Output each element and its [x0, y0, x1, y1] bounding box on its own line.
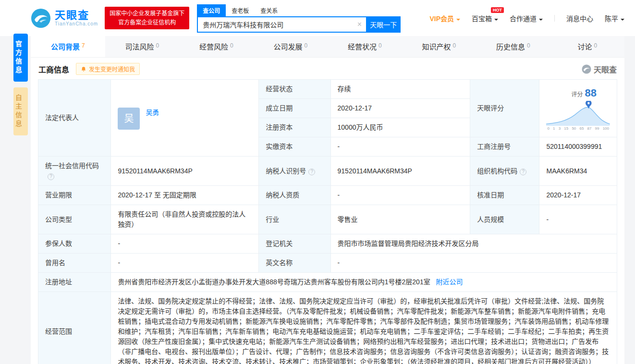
- bell-icon: [81, 66, 86, 72]
- tab-count: 0: [230, 42, 233, 49]
- help-icon[interactable]: ?: [308, 169, 315, 175]
- tab-label: 知识产权: [422, 43, 451, 51]
- score-label: 天眼评分: [470, 80, 539, 137]
- approval-date-value: 2020-12-17: [539, 186, 617, 205]
- legal-rep-name-link[interactable]: 吴勇: [146, 108, 159, 118]
- reg-number-value: 520114000399991: [539, 137, 617, 157]
- message-center-menu[interactable]: 消息中心: [566, 13, 593, 23]
- tab-count: 0: [379, 42, 382, 49]
- address-label: 注册地址: [38, 273, 111, 292]
- org-code-label: 组织机构代码?: [470, 157, 539, 186]
- address-text: 贵州省贵阳市经济开发区小孟街道办事处开发大道888号奇瑞万达贵州客车股份有限公司…: [118, 278, 430, 286]
- tab-history-info[interactable]: 历史信息0: [476, 36, 550, 57]
- gov-certification-badge: 国家中小企业发展子基金旗下 官方备案企业征信机构: [105, 7, 189, 29]
- hot-badge: HOT: [491, 7, 504, 13]
- tab-count: 7: [82, 42, 85, 49]
- search-input[interactable]: [197, 16, 366, 33]
- paid-capital-value: -: [330, 137, 470, 157]
- section-title: 工商信息: [38, 63, 69, 75]
- legal-rep-avatar[interactable]: 吴: [118, 108, 140, 130]
- notify-on-change-button[interactable]: 发生变更时通知我: [76, 63, 140, 75]
- tab-count: 0: [594, 42, 597, 49]
- former-name-value: -: [111, 254, 259, 273]
- tab-count: 0: [304, 42, 307, 49]
- logo-title: 天眼查: [55, 10, 98, 21]
- left-side-tabs: 官方信息 自主信息: [13, 34, 28, 135]
- credit-code-label: 统一社会信用代码?: [38, 157, 111, 186]
- paid-capital-label: 实缴资本: [259, 137, 330, 157]
- nearby-companies-link[interactable]: 附近公司: [436, 278, 463, 286]
- toolbox-label: 百宝箱: [472, 15, 492, 23]
- table-row: 公司类型 有限责任公司（非自然人投资或控股的法人独资） 行业 零售业 人员规模 …: [38, 205, 617, 234]
- gov-badge-line2: 官方备案企业征信机构: [110, 18, 184, 27]
- table-row: 参保人数 - 登记机关 贵阳市市场监督管理局贵阳经济技术开发区分局: [38, 234, 617, 254]
- tab-label: 经营风险: [199, 43, 228, 51]
- tab-label: 讨论: [577, 43, 592, 51]
- watermark-text: 天眼查: [594, 63, 617, 75]
- business-scope-value: 法律、法规、国务院决定规定禁止的不得经营；法律、法规、国务院决定规定应当许可（审…: [111, 292, 617, 364]
- status-label: 经营状态: [259, 80, 330, 99]
- business-info-panel: 工商信息 发生变更时通知我 天眼查 法定代表人 吴 吴勇: [31, 58, 624, 364]
- sidebar-tab-official-info[interactable]: 官方信息: [13, 34, 28, 82]
- address-value: 贵州省贵阳市经济开发区小孟街道办事处开发大道888号奇瑞万达贵州客车股份有限公司…: [111, 273, 617, 292]
- registry-label: 登记机关: [259, 234, 330, 254]
- header: 天眼查 TianYanCha.com 国家中小企业发展子基金旗下 官方备案企业征…: [0, 0, 635, 36]
- former-name-label: 曾用名: [38, 254, 111, 273]
- help-icon[interactable]: ?: [48, 173, 54, 180]
- company-type-value: 有限责任公司（非自然人投资或控股的法人独资）: [111, 205, 259, 234]
- toolbox-menu[interactable]: HOT百宝箱: [472, 13, 498, 23]
- tianyancha-logo[interactable]: 天眼查 TianYanCha.com: [31, 8, 98, 28]
- table-row: 统一社会信用代码? 91520114MAAK6RM34P 纳税人识别号? 915…: [38, 157, 617, 186]
- tab-label: 公司背景: [51, 43, 80, 51]
- tab-label: 司法风险: [125, 43, 154, 51]
- search-tab-company[interactable]: 查公司: [197, 4, 226, 16]
- tab-judicial-risk[interactable]: 司法风险0: [105, 36, 180, 57]
- search-tabs: 查公司 查老板 查关系: [197, 4, 401, 16]
- tab-label: 历史信息: [496, 43, 525, 51]
- business-info-table: 法定代表人 吴 吴勇 经营状态 存续 天眼评分 评分88: [38, 79, 617, 364]
- approval-date-label: 核准日期: [470, 186, 539, 205]
- score-word: 评分: [571, 91, 583, 98]
- company-type-label: 公司类型: [38, 205, 111, 234]
- chevron-down-icon: [494, 19, 498, 23]
- insured-count-label: 参保人数: [38, 234, 111, 254]
- established-value: 2020-12-17: [330, 99, 470, 118]
- tab-operation-status[interactable]: 经营状况0: [328, 36, 402, 57]
- help-icon[interactable]: ?: [520, 169, 526, 175]
- search-button[interactable]: 天眼一下: [366, 16, 401, 33]
- search-input-box: ×: [197, 16, 366, 33]
- legal-rep-label: 法定代表人: [38, 80, 111, 157]
- user-name: 陈平: [605, 15, 618, 23]
- tab-company-background[interactable]: 公司背景7: [31, 36, 105, 57]
- status-value: 存续: [330, 80, 470, 99]
- user-account-menu[interactable]: 陈平: [605, 13, 624, 23]
- menu-divider: [554, 15, 555, 22]
- vip-label: VIP会员: [429, 15, 454, 23]
- tab-intellectual-property[interactable]: 知识产权0: [402, 36, 476, 57]
- reg-number-label: 工商注册号: [470, 137, 539, 157]
- search-tab-relation[interactable]: 查关系: [255, 4, 283, 16]
- tab-count: 0: [156, 42, 159, 49]
- sidebar-tab-self-info[interactable]: 自主信息: [13, 87, 28, 135]
- tianyancha-watermark: 天眼查: [582, 63, 617, 75]
- table-row: 营业期限 2020-12-17 至 无固定期限 纳税人资质 - 核准日期 202…: [38, 186, 617, 205]
- tab-company-development[interactable]: 公司发展0: [254, 36, 328, 57]
- search-tab-boss[interactable]: 查老板: [226, 4, 255, 16]
- legal-rep-cell: 吴 吴勇: [111, 80, 259, 157]
- staff-size-label: 人员规模: [470, 205, 539, 234]
- search-area: 查公司 查老板 查关系 × 天眼一下: [197, 4, 401, 33]
- clear-search-icon[interactable]: ×: [357, 21, 362, 28]
- tab-discussion[interactable]: 讨论0: [550, 36, 625, 57]
- cooperation-menu[interactable]: 合作通道: [510, 13, 543, 23]
- vip-membership-menu[interactable]: VIP会员: [429, 13, 460, 23]
- watermark-logo-icon: [582, 64, 591, 74]
- score-axis: 0131550658799100: [546, 126, 610, 133]
- staff-size-value: -: [539, 205, 617, 234]
- tab-operation-risk[interactable]: 经营风险0: [179, 36, 254, 57]
- business-term-label: 营业期限: [38, 186, 111, 205]
- score-readout: 评分88: [558, 85, 610, 101]
- industry-value: 零售业: [330, 205, 470, 234]
- gov-badge-line1: 国家中小企业发展子基金旗下: [110, 9, 184, 18]
- registry-value: 贵阳市市场监督管理局贵阳经济技术开发区分局: [330, 234, 617, 254]
- search-row: × 天眼一下: [197, 16, 401, 33]
